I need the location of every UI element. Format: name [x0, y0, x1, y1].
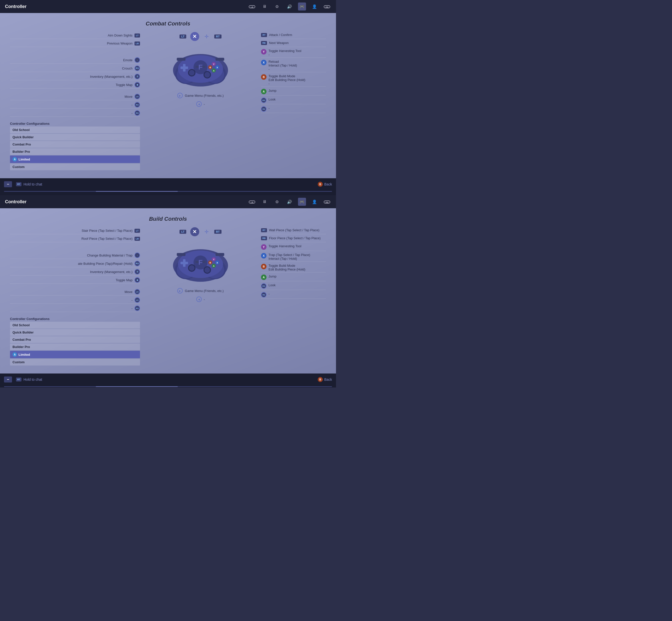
rt-trigger-2: RT [214, 230, 221, 234]
svg-text:B: B [210, 66, 211, 69]
rc2-r2-badge: R2 [261, 292, 266, 297]
ctrl-move-badge: LS [134, 94, 140, 99]
ctrl2-dash1-label: - [131, 298, 132, 302]
config-section-1: Controller Configurations Old School Qui… [10, 122, 140, 171]
nav-settings[interactable]: ⚙ [273, 2, 281, 10]
config-old-school-2[interactable]: Old School [10, 322, 140, 329]
rc-attack-labels: Attack / Confirm [269, 33, 292, 37]
rc-next-labels: Next Weapon [269, 41, 289, 45]
plus-icon-1: ✛ [203, 33, 210, 40]
svg-rect-27 [203, 66, 206, 68]
rc2-floor: RB Floor Piece (Tap Select / Tap Place) [261, 235, 326, 242]
rc2-harvest: Y Toggle Harvesting Tool [261, 243, 326, 251]
nav-rb-2[interactable]: RB [323, 198, 331, 206]
svg-rect-26 [196, 66, 199, 68]
svg-text:RB: RB [326, 201, 329, 204]
nav-lb[interactable]: LB [248, 2, 256, 10]
config-list-2: Old School Quick Builder Combat Pro Buil… [10, 322, 140, 366]
config-custom-2[interactable]: Custom [10, 359, 140, 366]
rc-look: RS Look [261, 96, 326, 104]
rc-r2-labels: - [268, 106, 269, 110]
lt-trigger-2: LT [179, 230, 186, 234]
config-old-school-1[interactable]: Old School [10, 126, 140, 133]
svg-text:A: A [213, 70, 215, 72]
ctrl2-inv-label: Inventory (Management, etc.) [90, 270, 132, 274]
menu-row-2: ▶ Game Menu (Friends, etc.) [177, 288, 223, 293]
nav-controller-2[interactable]: 🎮 [298, 198, 306, 206]
nav-controller[interactable]: 🎮 [298, 2, 306, 10]
config-builder-pro-2[interactable]: Builder Pro [10, 343, 140, 350]
nav-settings-2[interactable]: ⚙ [273, 198, 281, 206]
config-quick-builder-1[interactable]: Quick Builder [10, 134, 140, 140]
rc-look-labels: Look [268, 97, 276, 101]
rc2-y-badge: Y [261, 244, 266, 250]
back-badge-1: B [318, 182, 323, 187]
config-combat-pro-1[interactable]: Combat Pro [10, 141, 140, 148]
rc-reload: X Reload Interact (Tap / Hold) - [261, 59, 326, 72]
svg-rect-58 [177, 253, 185, 256]
ctrl-move: Move LS [10, 93, 140, 100]
ctrl2-roof-label: Roof Piece (Tap Select / Tap Place) [82, 237, 132, 241]
rc2-look-badge: RS [261, 283, 266, 289]
svg-text:LB: LB [251, 6, 253, 8]
ctrl-prev-label: Previous Weapon [107, 41, 132, 45]
ctrl-crouch: Crouch RS [10, 65, 140, 72]
scroll-bar-2 [0, 385, 336, 387]
config-limited-2[interactable]: A Limited [10, 351, 140, 358]
section-title-1: Combat Controls [10, 20, 326, 27]
rc2-rb-badge: RB [261, 236, 267, 240]
minus-btn-1[interactable]: − [4, 181, 12, 187]
svg-rect-29 [215, 58, 224, 61]
nav-audio-2[interactable]: 🔊 [286, 198, 294, 206]
chat-label-2: Hold to chat [24, 377, 42, 381]
nav-rb[interactable]: RB [323, 2, 331, 10]
nav-profile[interactable]: 👤 [310, 2, 319, 10]
svg-rect-28 [177, 58, 185, 61]
ctrl2-dash2: - RS [10, 305, 140, 312]
ctrl-aim-label: Aim Down Sights [108, 34, 132, 37]
left-column-2: Stair Piece (Tap Select / Tap Place) LT … [10, 227, 140, 366]
nav-monitor[interactable]: 🖥 [260, 2, 268, 10]
rc2-rt-badge: RT [261, 228, 267, 232]
ctrl-map-label: Toggle Map [116, 83, 132, 87]
ctrl-inventory: Inventory (Management, etc.) ☰ [10, 73, 140, 80]
ctrl-dash1: - RS [10, 101, 140, 109]
config-combat-pro-2[interactable]: Combat Pro [10, 336, 140, 343]
dot-label-1: - [204, 102, 205, 106]
nav-lb-2[interactable]: LB [248, 198, 256, 206]
rc-y-badge: Y [261, 49, 266, 54]
config-custom-1[interactable]: Custom [10, 164, 140, 170]
ctrl-crouch-label: Crouch [122, 67, 132, 70]
svg-point-23 [189, 70, 195, 76]
nav-audio[interactable]: 🔊 [286, 2, 294, 10]
rc-a-badge: A [261, 89, 266, 94]
ctrl-prev-badge: LB [134, 41, 140, 45]
svg-rect-43 [180, 262, 188, 264]
config-list-1: Old School Quick Builder Combat Pro Buil… [10, 126, 140, 170]
rc2-look: RS Look [261, 282, 326, 290]
config-builder-pro-1[interactable]: Builder Pro [10, 148, 140, 155]
svg-text:F: F [198, 258, 203, 266]
app-title-1: Controller [5, 4, 27, 9]
a-badge-2: A [12, 352, 17, 357]
svg-text:B: B [210, 261, 211, 264]
nav-bar-1: Controller LB 🖥 ⚙ 🔊 🎮 👤 RB [0, 0, 336, 13]
ctrl-emote-label: Emote [123, 58, 132, 62]
nav-monitor-2[interactable]: 🖥 [260, 198, 268, 206]
ctrl2-stair-badge: LT [134, 229, 140, 233]
rc-build: B Toggle Build Mode Edit Building Piece … [261, 73, 326, 87]
rc-reload-labels: Reload Interact (Tap / Hold) - [268, 60, 297, 71]
minus-btn-2[interactable]: − [4, 376, 12, 382]
svg-rect-56 [196, 261, 199, 263]
top-buttons-2: LT ✕ ✛ RT [179, 227, 221, 236]
rc-r2: R2 - [261, 105, 326, 113]
section-separator [0, 192, 336, 195]
ctrl2-stair: Stair Piece (Tap Select / Tap Place) LT [10, 227, 140, 234]
nav-profile-2[interactable]: 👤 [310, 198, 319, 206]
rc-r2-badge: R2 [261, 106, 266, 112]
rc-b-badge: B [261, 74, 266, 80]
right-col-2: RT Wall Piece (Tap Select / Tap Place) R… [261, 227, 326, 299]
dot-row-2: ◀ - [196, 296, 205, 302]
config-quick-builder-2[interactable]: Quick Builder [10, 329, 140, 336]
config-limited-1[interactable]: A Limited [10, 156, 140, 163]
